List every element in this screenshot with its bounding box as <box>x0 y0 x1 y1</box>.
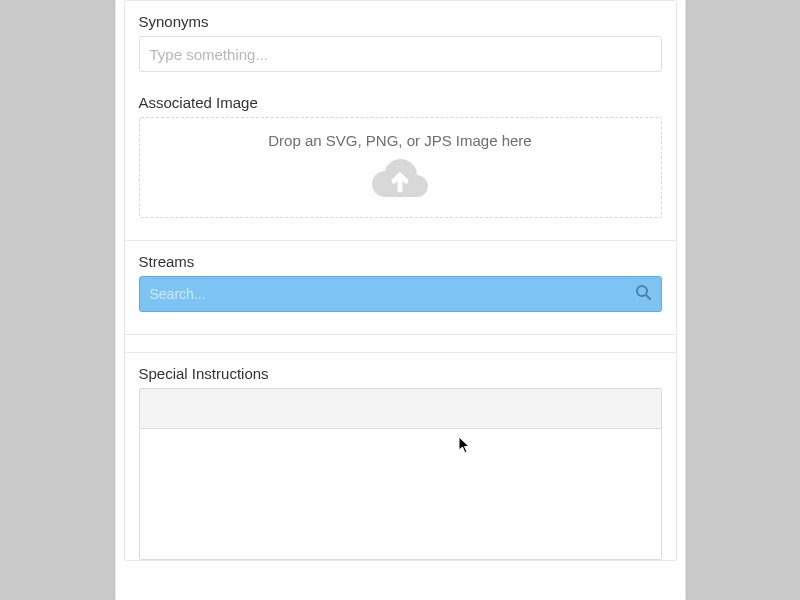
search-icon <box>635 284 651 304</box>
cloud-upload-icon <box>369 157 431 203</box>
synonyms-label: Synonyms <box>139 13 662 30</box>
spacer <box>125 334 676 352</box>
special-instructions-section: Special Instructions <box>125 352 676 560</box>
dropzone-text: Drop an SVG, PNG, or JPS Image here <box>150 132 651 149</box>
rte-body[interactable] <box>140 429 661 559</box>
rich-text-editor <box>139 388 662 560</box>
associated-image-section: Associated Image Drop an SVG, PNG, or JP… <box>125 94 676 240</box>
associated-image-label: Associated Image <box>139 94 662 111</box>
svg-line-1 <box>646 295 650 299</box>
form-card: Synonyms Associated Image Drop an SVG, P… <box>124 0 677 561</box>
streams-section: Streams <box>125 240 676 334</box>
synonyms-input[interactable] <box>139 36 662 72</box>
streams-label: Streams <box>139 253 662 270</box>
rte-toolbar[interactable] <box>140 389 661 429</box>
streams-search-input[interactable] <box>150 286 635 302</box>
image-dropzone[interactable]: Drop an SVG, PNG, or JPS Image here <box>139 117 662 218</box>
synonyms-section: Synonyms <box>125 1 676 94</box>
form-panel: Synonyms Associated Image Drop an SVG, P… <box>115 0 686 600</box>
streams-search-field[interactable] <box>139 276 662 312</box>
special-instructions-label: Special Instructions <box>139 365 662 382</box>
